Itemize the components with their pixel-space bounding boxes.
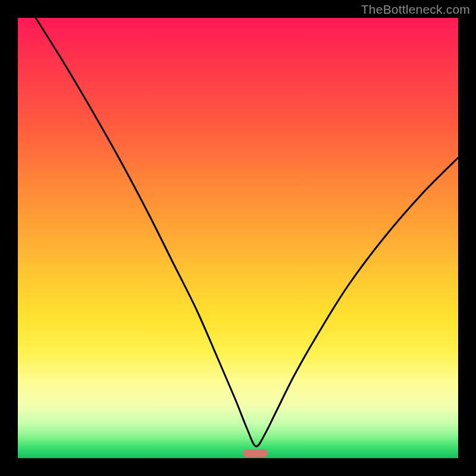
- bottleneck-curve: [18, 18, 458, 458]
- watermark-text: TheBottleneck.com: [361, 2, 470, 17]
- plot-area: [18, 18, 458, 458]
- optimum-marker: [243, 449, 268, 457]
- chart-frame: TheBottleneck.com: [0, 0, 476, 476]
